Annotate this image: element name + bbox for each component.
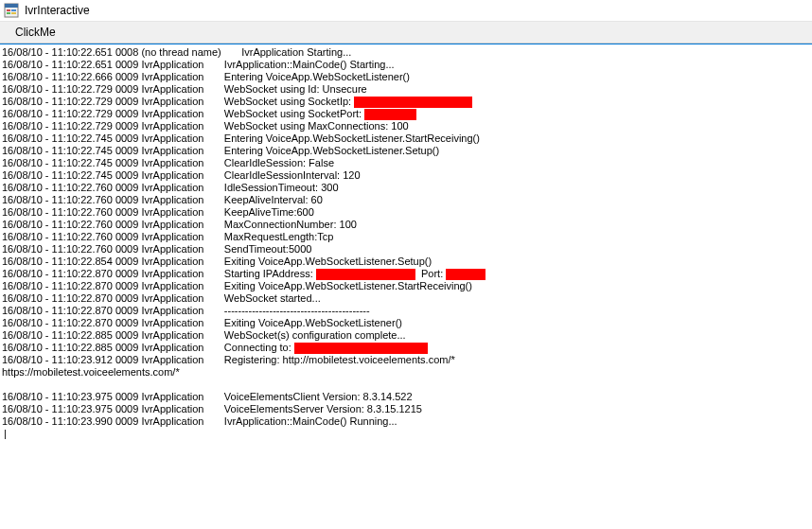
log-timestamp: 16/08/10 - 11:10:23.975 0009 IvrApplicat… — [2, 403, 224, 415]
log-message: VoiceElementsServer Version: 8.3.15.1215 — [224, 403, 422, 415]
log-line: 16/08/10 - 11:10:22.870 0009 IvrApplicat… — [2, 305, 810, 317]
svg-rect-2 — [7, 9, 10, 11]
log-timestamp: 16/08/10 - 11:10:22.745 0009 IvrApplicat… — [2, 157, 224, 169]
redacted-value — [354, 97, 472, 108]
log-message: Exiting VoiceApp.WebSocketListener() — [224, 317, 402, 329]
log-timestamp: 16/08/10 - 11:10:22.885 0009 IvrApplicat… — [2, 342, 224, 354]
log-timestamp: 16/08/10 - 11:10:22.760 0009 IvrApplicat… — [2, 194, 224, 206]
log-line: 16/08/10 - 11:10:22.651 0009 IvrApplicat… — [2, 59, 810, 71]
svg-rect-1 — [5, 4, 18, 8]
log-timestamp: 16/08/10 - 11:10:22.651 0009 IvrApplicat… — [2, 59, 224, 71]
log-line: 16/08/10 - 11:10:22.760 0009 IvrApplicat… — [2, 231, 810, 243]
log-line: 16/08/10 - 11:10:22.666 0009 IvrApplicat… — [2, 71, 810, 83]
log-timestamp: 16/08/10 - 11:10:22.760 0009 IvrApplicat… — [2, 231, 224, 243]
log-line: 16/08/10 - 11:10:22.760 0009 IvrApplicat… — [2, 194, 810, 206]
log-timestamp: 16/08/10 - 11:10:23.990 0009 IvrApplicat… — [2, 415, 224, 428]
log-message: IvrApplication Starting... — [241, 46, 351, 59]
log-textarea[interactable]: 16/08/10 - 11:10:22.651 0008 (no thread … — [0, 44, 812, 529]
app-icon — [4, 3, 19, 18]
log-message: VoiceElementsClient Version: 8.3.14.522 — [224, 391, 413, 403]
log-raw — [2, 379, 5, 391]
log-line: 16/08/10 - 11:10:23.975 0009 IvrApplicat… — [2, 403, 810, 415]
window-title: IvrInteractive — [25, 4, 90, 17]
log-line: 16/08/10 - 11:10:23.912 0009 IvrApplicat… — [2, 354, 810, 366]
log-message: WebSocket using Id: Unsecure — [224, 83, 367, 96]
log-line: 16/08/10 - 11:10:22.870 0009 IvrApplicat… — [2, 317, 810, 329]
log-line: 16/08/10 - 11:10:22.729 0009 IvrApplicat… — [2, 120, 810, 132]
log-timestamp: 16/08/10 - 11:10:23.975 0009 IvrApplicat… — [2, 391, 224, 403]
text-cursor: | — [2, 428, 810, 440]
log-line: 16/08/10 - 11:10:22.745 0009 IvrApplicat… — [2, 132, 810, 145]
redacted-value — [364, 109, 416, 120]
log-line: 16/08/10 - 11:10:22.745 0009 IvrApplicat… — [2, 157, 810, 169]
log-line: 16/08/10 - 11:10:22.854 0009 IvrApplicat… — [2, 256, 810, 268]
log-message: Entering VoiceApp.WebSocketListener.Star… — [224, 132, 480, 145]
log-timestamp: 16/08/10 - 11:10:22.870 0009 IvrApplicat… — [2, 280, 224, 292]
log-timestamp: 16/08/10 - 11:10:22.870 0009 IvrApplicat… — [2, 268, 224, 280]
log-message: MaxConnectionNumber: 100 — [224, 219, 357, 231]
svg-rect-3 — [7, 12, 10, 14]
log-line: 16/08/10 - 11:10:22.870 0009 IvrApplicat… — [2, 268, 810, 280]
log-message: Exiting VoiceApp.WebSocketListener.Start… — [224, 280, 472, 292]
log-line: 16/08/10 - 11:10:23.975 0009 IvrApplicat… — [2, 391, 810, 403]
redacted-value — [446, 269, 485, 280]
log-timestamp: 16/08/10 - 11:10:22.760 0009 IvrApplicat… — [2, 243, 224, 256]
log-line: 16/08/10 - 11:10:22.760 0009 IvrApplicat… — [2, 182, 810, 194]
app-window: IvrInteractive ClickMe 16/08/10 - 11:10:… — [0, 0, 812, 529]
log-message: WebSocket using SocketIp: — [224, 96, 472, 108]
log-line: 16/08/10 - 11:10:22.729 0009 IvrApplicat… — [2, 96, 810, 108]
log-line: 16/08/10 - 11:10:22.885 0009 IvrApplicat… — [2, 342, 810, 354]
log-line: 16/08/10 - 11:10:22.760 0009 IvrApplicat… — [2, 243, 810, 256]
log-line — [2, 379, 810, 391]
log-line: 16/08/10 - 11:10:22.729 0009 IvrApplicat… — [2, 83, 810, 96]
log-line: 16/08/10 - 11:10:22.760 0009 IvrApplicat… — [2, 206, 810, 219]
log-line: 16/08/10 - 11:10:22.651 0008 (no thread … — [2, 46, 810, 59]
svg-rect-4 — [11, 9, 16, 11]
menu-bar: ClickMe — [0, 22, 812, 44]
log-timestamp: 16/08/10 - 11:10:22.745 0009 IvrApplicat… — [2, 145, 224, 157]
log-timestamp: 16/08/10 - 11:10:22.885 0009 IvrApplicat… — [2, 329, 224, 342]
log-message: Registering: http://mobiletest.voiceelem… — [224, 354, 455, 366]
log-timestamp: 16/08/10 - 11:10:22.745 0009 IvrApplicat… — [2, 169, 224, 182]
log-message: Connecting to: — [224, 342, 428, 354]
log-line: 16/08/10 - 11:10:22.885 0009 IvrApplicat… — [2, 329, 810, 342]
log-message: IvrApplication::MainCode() Running... — [224, 415, 397, 428]
svg-rect-5 — [11, 12, 16, 14]
log-raw: https://mobiletest.voiceelements.com/* — [2, 366, 180, 379]
log-message: ----------------------------------------… — [224, 305, 370, 317]
log-line: 16/08/10 - 11:10:22.745 0009 IvrApplicat… — [2, 169, 810, 182]
log-message: WebSocket using MaxConnections: 100 — [224, 120, 409, 132]
log-message: IvrApplication::MainCode() Starting... — [224, 59, 395, 71]
log-line: 16/08/10 - 11:10:22.870 0009 IvrApplicat… — [2, 280, 810, 292]
log-timestamp: 16/08/10 - 11:10:22.729 0009 IvrApplicat… — [2, 96, 224, 108]
title-bar[interactable]: IvrInteractive — [0, 0, 812, 22]
log-timestamp: 16/08/10 - 11:10:22.729 0009 IvrApplicat… — [2, 83, 224, 96]
log-message: Entering VoiceApp.WebSocketListener.Setu… — [224, 145, 439, 157]
log-message: ClearIdleSessionInterval: 120 — [224, 169, 361, 182]
log-timestamp: 16/08/10 - 11:10:22.760 0009 IvrApplicat… — [2, 182, 224, 194]
log-line: 16/08/10 - 11:10:22.760 0009 IvrApplicat… — [2, 219, 810, 231]
menu-clickme[interactable]: ClickMe — [8, 24, 63, 41]
log-message: Entering VoiceApp.WebSocketListener() — [224, 71, 410, 83]
log-message: KeepAliveTime:600 — [224, 206, 314, 219]
log-message: MaxRequestLength:Tcp — [224, 231, 334, 243]
log-timestamp: 16/08/10 - 11:10:22.745 0009 IvrApplicat… — [2, 132, 224, 145]
log-message: WebSocket using SocketPort: — [224, 108, 416, 120]
log-line: 16/08/10 - 11:10:22.729 0009 IvrApplicat… — [2, 108, 810, 120]
log-timestamp: 16/08/10 - 11:10:22.870 0009 IvrApplicat… — [2, 292, 224, 305]
log-timestamp: 16/08/10 - 11:10:22.729 0009 IvrApplicat… — [2, 120, 224, 132]
log-message: SendTimeout:5000 — [224, 243, 312, 256]
log-line: https://mobiletest.voiceelements.com/* — [2, 366, 810, 379]
log-message: KeepAliveInterval: 60 — [224, 194, 323, 206]
log-timestamp: 16/08/10 - 11:10:22.666 0009 IvrApplicat… — [2, 71, 224, 83]
log-timestamp: 16/08/10 - 11:10:22.854 0009 IvrApplicat… — [2, 256, 224, 268]
log-message: Exiting VoiceApp.WebSocketListener.Setup… — [224, 256, 432, 268]
log-timestamp: 16/08/10 - 11:10:22.729 0009 IvrApplicat… — [2, 108, 224, 120]
log-message: IdleSessionTimeout: 300 — [224, 182, 339, 194]
log-timestamp: 16/08/10 - 11:10:23.912 0009 IvrApplicat… — [2, 354, 224, 366]
log-line: 16/08/10 - 11:10:22.745 0009 IvrApplicat… — [2, 145, 810, 157]
log-message: WebSocket(s) configuration complete... — [224, 329, 406, 342]
log-line: 16/08/10 - 11:10:23.990 0009 IvrApplicat… — [2, 415, 810, 428]
log-message: Starting IPAddress: Port: — [224, 268, 485, 280]
log-timestamp: 16/08/10 - 11:10:22.870 0009 IvrApplicat… — [2, 305, 224, 317]
